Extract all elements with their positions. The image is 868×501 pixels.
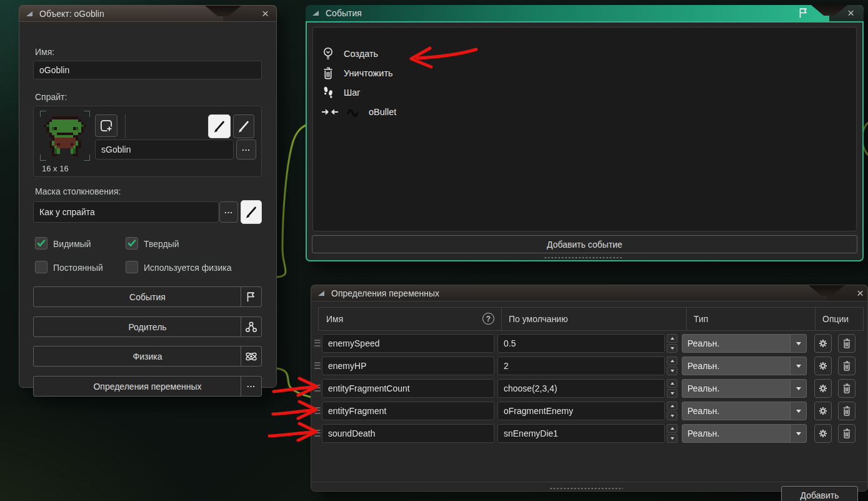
type-value: Реальн. xyxy=(687,406,719,416)
event-item-create[interactable]: Создать xyxy=(321,46,378,61)
variable-default-input[interactable]: 2 xyxy=(497,357,665,375)
help-icon[interactable]: ? xyxy=(482,313,494,325)
spinner-down-button[interactable] xyxy=(667,389,677,398)
events-window: События × Создать xyxy=(306,5,864,261)
events-titlebar[interactable]: События × xyxy=(306,5,864,21)
variable-options-button[interactable] xyxy=(814,334,832,353)
variable-options-button[interactable] xyxy=(814,357,832,375)
event-item-step[interactable]: Шаг xyxy=(321,85,361,100)
variable-default-input[interactable]: choose(2,3,4) xyxy=(497,379,665,398)
object-name-input[interactable]: oGoblin xyxy=(33,61,262,79)
gear-icon xyxy=(817,360,829,372)
collision-mask-browse-button[interactable]: ... xyxy=(219,201,238,223)
dropdown-arrow[interactable] xyxy=(790,425,806,442)
dropdown-arrow[interactable] xyxy=(790,380,806,397)
variable-options-button[interactable] xyxy=(814,424,832,443)
solid-checkbox[interactable] xyxy=(126,237,138,250)
row-drag-handle[interactable] xyxy=(314,428,321,438)
variable-default-input[interactable]: 0.5 xyxy=(497,334,665,353)
variable-default-input[interactable]: oFragmentEnemy xyxy=(497,402,665,420)
sprite-preview[interactable] xyxy=(40,111,90,161)
new-sprite-button[interactable] xyxy=(95,114,117,137)
event-label: oBullet xyxy=(369,107,396,117)
step-footsteps-icon xyxy=(321,85,335,100)
icon-cap xyxy=(241,347,261,366)
variable-name-input[interactable]: entityFragment xyxy=(322,402,494,420)
spinner-down-button[interactable] xyxy=(667,344,677,353)
variable-type-dropdown[interactable]: Реальн. xyxy=(682,402,807,420)
row-drag-handle[interactable] xyxy=(314,338,321,348)
ellipsis-icon: ... xyxy=(242,143,251,153)
close-icon[interactable]: × xyxy=(847,8,854,19)
name-label: Имя: xyxy=(35,47,54,57)
spinner-down-button[interactable] xyxy=(667,367,677,375)
dropdown-arrow[interactable] xyxy=(790,357,806,375)
close-icon[interactable]: × xyxy=(262,8,269,19)
variable-delete-button[interactable] xyxy=(838,424,856,443)
variable-name-input[interactable]: enemySpeed xyxy=(322,334,494,353)
spinner-up-button[interactable] xyxy=(667,424,677,433)
object-editor-titlebar[interactable]: Объект: oGoblin × xyxy=(19,5,277,21)
spinner-down-button[interactable] xyxy=(667,434,677,443)
obullet-sprite-thumb xyxy=(346,106,361,118)
physics-button[interactable]: Физика xyxy=(33,346,262,367)
variable-options-button[interactable] xyxy=(814,402,832,420)
variable-delete-button[interactable] xyxy=(838,357,856,375)
dropdown-arrow[interactable] xyxy=(790,335,806,352)
column-divider xyxy=(501,308,502,330)
event-item-collision-obullet[interactable]: oBullet xyxy=(321,104,396,119)
spinner-up-button[interactable] xyxy=(667,357,677,365)
spinner-down-button[interactable] xyxy=(667,412,677,420)
spinner-up-button[interactable] xyxy=(667,379,677,388)
column-divider xyxy=(686,308,687,330)
variable-definitions-button[interactable]: Определения переменных ... xyxy=(33,376,262,397)
parent-button[interactable]: Родитель xyxy=(33,316,262,337)
variable-name-input[interactable]: soundDeath xyxy=(322,424,494,443)
column-name: Имя xyxy=(326,314,343,324)
variable-delete-button[interactable] xyxy=(838,334,856,353)
variable-type-dropdown[interactable]: Реальн. xyxy=(682,424,807,443)
edit-image-button[interactable] xyxy=(208,114,231,138)
variable-delete-button[interactable] xyxy=(838,379,856,398)
collapse-triangle-icon[interactable] xyxy=(312,11,319,16)
variables-titlebar[interactable]: Определения переменных × xyxy=(311,285,868,301)
resize-handle[interactable] xyxy=(544,256,622,259)
row-drag-handle[interactable] xyxy=(314,360,321,370)
gear-icon xyxy=(817,382,829,395)
variable-default-input[interactable]: snEnemyDie1 xyxy=(497,424,665,443)
sprite-name-input[interactable]: sGoblin xyxy=(95,139,234,159)
resize-handle[interactable] xyxy=(549,487,623,490)
edit-sprite-button[interactable] xyxy=(233,114,254,138)
variable-name-input[interactable]: enemyHP xyxy=(322,357,494,375)
icon-cap xyxy=(241,317,261,337)
row-drag-handle[interactable] xyxy=(314,405,321,415)
row-drag-handle[interactable] xyxy=(314,383,321,393)
add-event-button[interactable]: Добавить событие xyxy=(312,235,857,253)
add-variable-button[interactable]: Добавить xyxy=(781,486,858,501)
dropdown-arrow[interactable] xyxy=(790,402,806,420)
event-item-destroy[interactable]: Уничтожить xyxy=(321,66,393,81)
spinner-up-button[interactable] xyxy=(667,402,677,410)
variable-name-input[interactable]: entityFragmentCount xyxy=(322,379,494,398)
collapse-triangle-icon[interactable] xyxy=(26,11,32,16)
edit-image-brush-icon xyxy=(211,118,227,134)
variable-type-dropdown[interactable]: Реальн. xyxy=(682,357,807,375)
visible-checkbox[interactable] xyxy=(35,237,47,250)
ellipsis-icon: ... xyxy=(224,206,233,215)
close-icon[interactable]: × xyxy=(857,288,864,299)
events-button[interactable]: События xyxy=(33,286,262,307)
variable-type-dropdown[interactable]: Реальн. xyxy=(682,334,807,353)
collision-mask-input[interactable]: Как у спрайта xyxy=(33,201,219,223)
variable-options-button[interactable] xyxy=(814,379,832,398)
event-label: Создать xyxy=(344,49,378,59)
uses-physics-checkbox[interactable] xyxy=(126,261,138,273)
persistent-checkbox[interactable] xyxy=(35,261,47,273)
sprite-browse-button[interactable]: ... xyxy=(236,139,256,159)
spinner-up-button[interactable] xyxy=(667,334,677,343)
column-options: Опции xyxy=(822,314,849,324)
variable-type-dropdown[interactable]: Реальн. xyxy=(682,379,807,398)
collision-mask-edit-button[interactable] xyxy=(241,200,262,224)
variable-row: enemyHP 2 Реальн. xyxy=(311,357,868,375)
collapse-triangle-icon[interactable] xyxy=(318,291,324,296)
variable-delete-button[interactable] xyxy=(838,402,856,420)
